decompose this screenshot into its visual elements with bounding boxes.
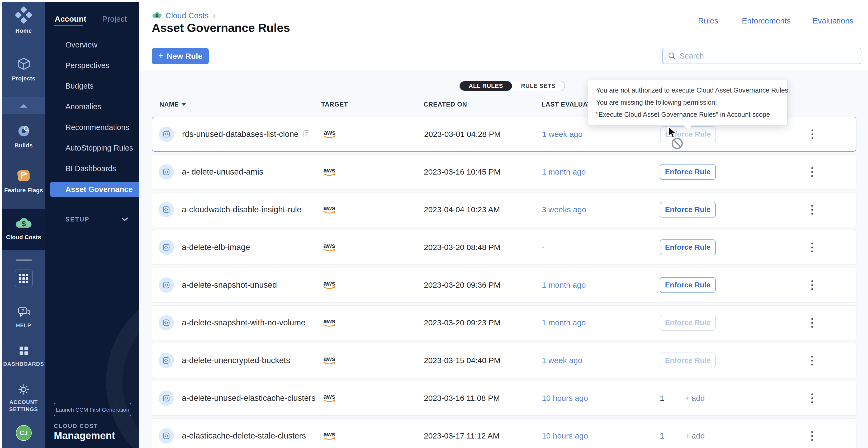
last-evaluation-link[interactable]: 1 month ago: [542, 281, 586, 289]
last-evaluation-link[interactable]: 10 hours ago: [542, 394, 588, 403]
last-evaluation-link[interactable]: -: [542, 243, 545, 252]
sidebar-item-home[interactable]: Home: [2, 6, 45, 34]
enforce-rule-button[interactable]: Enforce Rule: [660, 277, 716, 293]
nav-footer-eyebrow: CLOUD COST: [54, 423, 98, 429]
sidebar-item-label: Projects: [12, 75, 35, 82]
sidebar-item-dashboards[interactable]: DASHBOARDS: [2, 344, 45, 368]
table-row[interactable]: a-delete-snapshot-unusedaws2023-03-20 09…: [152, 268, 857, 303]
nav-item-asset-governance[interactable]: Asset Governance: [65, 184, 137, 195]
sidebar-item-label: Builds: [14, 142, 33, 149]
table-row[interactable]: a-elasticache-delete-stale-clustersaws20…: [152, 418, 857, 448]
created-on-value: 2023-03-15 04:40 PM: [424, 356, 500, 365]
cloud-costs-icon: $: [14, 216, 33, 232]
aws-logo-icon: aws: [322, 117, 338, 151]
breadcrumb: $ Cloud Costs ›: [152, 10, 216, 21]
breadcrumb-cloud-costs-link[interactable]: Cloud Costs: [165, 11, 209, 20]
table-row[interactable]: a-delete-unused-elasticache-clustersaws2…: [152, 381, 857, 416]
nav-item-autostopping-rules[interactable]: AutoStopping Rules: [65, 143, 137, 153]
row-menu-button[interactable]: [809, 165, 816, 179]
row-menu-button[interactable]: [809, 428, 816, 444]
rules-table-body: rds-unused-databases-list-cloneaws2023-0…: [152, 117, 857, 448]
user-avatar[interactable]: CJ: [2, 425, 45, 441]
setup-section-toggle[interactable]: SETUP: [65, 216, 129, 223]
last-evaluation-link[interactable]: 1 month ago: [542, 318, 586, 327]
nav-item-anomalies[interactable]: Anomalies: [65, 102, 137, 112]
nav-item-budgets[interactable]: Budgets: [65, 81, 137, 92]
row-menu-button[interactable]: [809, 127, 816, 142]
sidebar-item-label: HELP: [16, 322, 31, 329]
row-menu-button[interactable]: [809, 391, 816, 406]
created-on-value: 2023-04-04 10:23 AM: [424, 205, 500, 214]
toggle-rule-sets[interactable]: RULE SETS: [512, 81, 564, 91]
launch-ccm-first-gen-button[interactable]: Launch CCM First Generation: [54, 403, 131, 416]
svg-text:aws: aws: [323, 430, 335, 438]
svg-text:aws: aws: [323, 204, 335, 211]
collapse-modules-button[interactable]: [2, 98, 45, 114]
row-menu-button[interactable]: [809, 278, 816, 293]
created-on-value: 2023-03-01 04:28 PM: [424, 130, 501, 139]
svg-text:aws: aws: [323, 393, 335, 400]
link-evaluations[interactable]: Evaluations: [813, 16, 854, 25]
svg-text:?: ?: [21, 309, 24, 313]
sidebar-item-projects[interactable]: Projects: [2, 56, 45, 82]
rule-name: a-delete-snapshot-with-no-volume: [182, 318, 306, 328]
rule-icon: [159, 390, 174, 406]
feature-flags-icon: [16, 167, 32, 184]
add-enforcement-link[interactable]: + add: [685, 394, 705, 403]
row-menu-button[interactable]: [809, 315, 816, 331]
rule-name: a- delete-unused-amis: [182, 167, 263, 177]
new-rule-button[interactable]: + New Rule: [152, 48, 209, 64]
table-row[interactable]: a-delete-snapshot-with-no-volumeaws2023-…: [152, 305, 857, 340]
enforce-rule-button[interactable]: Enforce Rule: [660, 239, 716, 255]
enforce-rule-button[interactable]: Enforce Rule: [660, 352, 716, 368]
column-header-created-on: CREATED ON: [424, 101, 467, 108]
nav-item-perspectives[interactable]: Perspectives: [65, 60, 137, 71]
link-enforcements[interactable]: Enforcements: [742, 16, 791, 25]
sidebar-item-builds[interactable]: Builds: [2, 124, 45, 149]
created-on-value: 2023-03-20 09:36 PM: [424, 281, 500, 289]
nav-item-overview[interactable]: Overview: [65, 40, 137, 50]
search-box: [662, 48, 861, 64]
rule-icon: [159, 127, 174, 142]
tab-account[interactable]: Account: [55, 14, 86, 24]
module-picker-button[interactable]: [2, 270, 45, 287]
nav-item-bi-dashboards[interactable]: BI Dashboards: [65, 164, 137, 174]
rule-name: a-delete-unencrypted-buckets: [182, 356, 290, 365]
search-input[interactable]: [680, 52, 848, 60]
module-rail: Home Projects Builds: [2, 2, 45, 448]
sidebar-item-feature-flags[interactable]: Feature Flags: [2, 167, 45, 194]
table-row[interactable]: a-delete-elb-imageaws2023-03-20 08:48 PM…: [152, 230, 857, 265]
last-evaluation-link[interactable]: 1 week ago: [542, 130, 583, 139]
add-enforcement-link[interactable]: + add: [685, 432, 705, 440]
enforce-rule-button[interactable]: Enforce Rule: [660, 202, 716, 217]
sidebar-item-help[interactable]: ? HELP: [2, 306, 45, 329]
breadcrumb-separator: ›: [213, 11, 216, 21]
rule-icon: [159, 277, 174, 293]
column-header-name[interactable]: NAME: [159, 101, 186, 108]
link-rules[interactable]: Rules: [698, 16, 718, 25]
table-row[interactable]: a-delete-unencrypted-bucketsaws2023-03-1…: [152, 343, 857, 378]
last-evaluation-link[interactable]: 1 month ago: [542, 167, 586, 176]
nav-item-recommendations[interactable]: Recommendations: [65, 122, 137, 133]
copy-icon[interactable]: [303, 130, 310, 139]
last-evaluation-link[interactable]: 1 week ago: [542, 356, 582, 365]
rule-name: a-delete-elb-image: [182, 243, 250, 252]
tab-project[interactable]: Project: [102, 14, 127, 24]
row-menu-button[interactable]: [809, 202, 816, 217]
row-menu-button[interactable]: [809, 353, 816, 368]
table-row[interactable]: a-cloudwatch-disable-insight-ruleaws2023…: [152, 192, 857, 227]
row-menu-button[interactable]: [809, 240, 816, 255]
last-evaluation-link[interactable]: 10 hours ago: [542, 432, 588, 440]
toggle-all-rules[interactable]: ALL RULES: [460, 81, 512, 91]
created-on-value: 2023-03-20 09:23 PM: [424, 318, 500, 327]
rules-view-toggle[interactable]: ALL RULES RULE SETS: [459, 81, 565, 91]
sidebar-item-cloud-costs[interactable]: $ Cloud Costs: [2, 216, 45, 241]
rule-icon: [159, 240, 174, 255]
enforce-rule-button[interactable]: Enforce Rule: [660, 164, 716, 180]
last-evaluation-link[interactable]: 3 weeks ago: [542, 205, 586, 214]
rule-name: a-delete-unused-elasticache-clusters: [182, 393, 316, 403]
sidebar-item-account-settings[interactable]: ACCOUNT SETTINGS: [2, 383, 45, 413]
enforce-rule-button[interactable]: Enforce Rule: [660, 315, 716, 331]
table-row[interactable]: a- delete-unused-amisaws2023-03-16 10:45…: [152, 154, 857, 189]
svg-text:aws: aws: [323, 317, 335, 324]
